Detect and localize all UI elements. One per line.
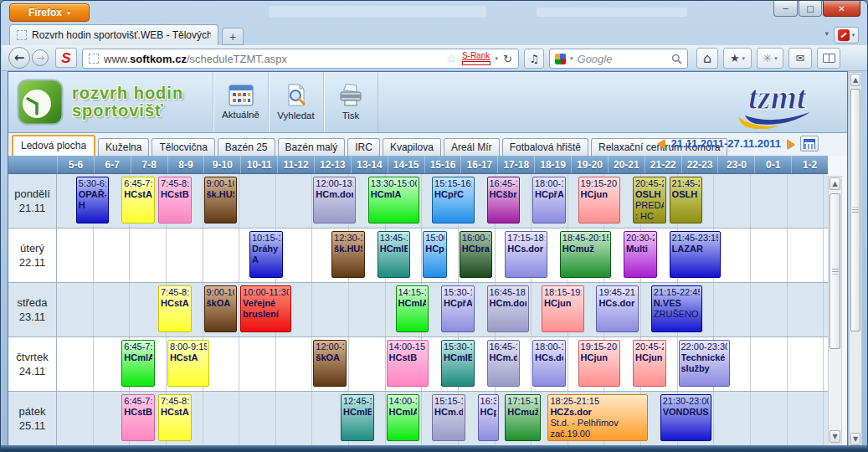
event-block[interactable]: 19:45-21:00HCs.dor xyxy=(596,285,639,332)
date-range[interactable]: 21.11.2011-27.11.2011 xyxy=(670,137,781,150)
back-button[interactable]: ← xyxy=(8,47,30,69)
vyhledat-button[interactable]: Vyhledat xyxy=(268,72,323,132)
event-block[interactable]: 6:45-7:45HCmlA xyxy=(121,340,155,387)
reader-button[interactable] xyxy=(817,48,840,69)
previous-week-arrow-icon[interactable] xyxy=(657,139,665,149)
mail-button[interactable]: ✉ xyxy=(788,48,812,69)
search-bar[interactable]: ▾ Google xyxy=(549,49,688,69)
event-block[interactable]: 21:45-22:45OSLH xyxy=(670,177,703,223)
event-block[interactable]: 16:00-17:00HCbran xyxy=(460,231,493,278)
softkom-button[interactable]: S xyxy=(55,48,77,68)
event-block[interactable]: 20:45-21:45HCjun xyxy=(633,340,666,387)
facility-tab-areal-mir[interactable]: Areál Mír xyxy=(444,138,500,156)
minimize-button[interactable]: ─ xyxy=(773,1,798,17)
event-block[interactable]: 7:45-8:45HCstB xyxy=(158,177,192,223)
event-block[interactable]: 18:00-19:00HCs.dor xyxy=(532,340,566,387)
event-block[interactable]: 12:00-13:15HCm.dor xyxy=(313,177,356,223)
event-block[interactable]: 12:30-13:30šk.HUSO xyxy=(331,231,365,278)
scrollbar-thumb[interactable] xyxy=(850,89,860,331)
event-block[interactable]: 21:45-23:15LAZAR xyxy=(670,231,721,278)
maximize-button[interactable]: □ xyxy=(799,1,822,17)
event-block[interactable]: 18:25-21:15HCZs.dorSt.d. - Pelhřimov zač… xyxy=(547,394,647,441)
bookmark-star-icon[interactable]: ☆ xyxy=(446,52,457,65)
event-block[interactable]: 10:00-11:30Veřejné bruslení xyxy=(240,285,291,332)
srank-widget[interactable]: S-Rank xyxy=(462,52,490,65)
addon-button[interactable]: ▾ xyxy=(834,27,859,44)
event-block[interactable]: 6:45-7:45HCstA xyxy=(121,177,155,223)
event-block[interactable]: 16:45-17:45HCm.dor xyxy=(487,340,521,387)
close-button[interactable]: ✕ xyxy=(823,1,860,17)
home-button[interactable]: ⌂ xyxy=(696,48,718,69)
event-block[interactable]: 13:30-15:00HCmlA xyxy=(368,177,419,223)
event-block[interactable]: 18:45-20:15HCmuž xyxy=(560,231,611,278)
scroll-down-arrow[interactable]: ▼ xyxy=(850,433,860,445)
event-block[interactable]: 16:45-17:45HCšbr xyxy=(487,177,521,223)
event-block[interactable]: 15:00-15:45HCpřB xyxy=(423,231,447,278)
event-block[interactable]: 7:45-8:45HCstA xyxy=(158,285,192,332)
event-block[interactable]: 9:00-10:00škOA xyxy=(204,285,238,332)
facility-tab-bazen-25[interactable]: Bazén 25 xyxy=(218,138,275,156)
facility-tab-bazen-maly[interactable]: Bazén malý xyxy=(278,138,346,156)
browser-scrollbar[interactable]: ▲ ▼ xyxy=(849,72,862,447)
schedule-scrollbar[interactable]: ▲ ▼ xyxy=(828,176,842,444)
event-block[interactable]: 8:00-9:15HCstA xyxy=(167,340,210,387)
url-bar[interactable]: www.softkom.cz/scheduleTZMT.aspx ☆ S-Ran… xyxy=(82,49,519,69)
event-block[interactable]: 15:30-16:30HCpřA xyxy=(441,285,475,332)
event-block[interactable]: 17:15-18:30HCs.dor xyxy=(505,231,547,278)
browser-tab[interactable]: Rozvrh hodin sportovišť.WEB - Tělových..… xyxy=(9,24,218,45)
bookmarks-button[interactable]: ★ ▾ xyxy=(723,48,752,69)
event-block[interactable]: 12:00-13:00škOA xyxy=(313,340,347,387)
event-block[interactable]: 18:00-19:00HCpřA xyxy=(532,177,566,223)
event-block[interactable]: 10:15-11:15Dráhy A xyxy=(249,231,283,278)
event-block[interactable]: 14:00-15:00HCmlA xyxy=(387,394,420,441)
event-block[interactable]: 18:15-19:30HCjun xyxy=(542,285,584,332)
event-block[interactable]: 19:15-20:30HCjun xyxy=(578,177,621,223)
event-block[interactable]: 9:00-10:00šk.HUSO xyxy=(204,177,238,223)
next-week-arrow-icon[interactable] xyxy=(787,139,794,149)
event-block[interactable]: 7:45-8:45HCstA xyxy=(158,394,192,441)
time-col-17-18: 17-18 xyxy=(497,156,534,173)
aktualne-button[interactable]: Aktuálně xyxy=(213,72,268,132)
event-block[interactable]: 14:15-15:15HCmlA xyxy=(396,285,429,332)
scroll-down-arrow[interactable]: ▼ xyxy=(829,430,840,443)
event-block[interactable]: 20:30-21:30Multi xyxy=(624,231,657,278)
event-block[interactable]: 15:30-16:30HCmlB xyxy=(441,340,475,387)
facility-tab-telocvicna[interactable]: Tělocvična xyxy=(152,138,214,156)
forward-button[interactable]: → xyxy=(32,49,49,66)
event-block[interactable]: 16:45-18:00HCm.dor xyxy=(487,285,530,332)
tisk-button[interactable]: Tisk xyxy=(323,72,378,132)
event-block[interactable]: 20:45-21:45OSLHPREDATORS : HC CHÝNOV xyxy=(633,177,666,223)
srank-dropdown-icon[interactable]: ▾ xyxy=(496,55,499,62)
calendar-picker-button[interactable] xyxy=(800,136,819,152)
scroll-up-arrow[interactable]: ▲ xyxy=(850,74,860,86)
facility-tab-ledova-plocha[interactable]: Ledová plocha xyxy=(12,135,95,156)
event-block[interactable]: 5:30-6:30OPAŘ-H xyxy=(76,177,110,223)
event-block[interactable]: 14:00-15:15HCstB xyxy=(387,340,429,387)
facility-tab-irc[interactable]: IRC xyxy=(347,138,380,156)
music-plugin-button[interactable]: ♫ xyxy=(524,49,544,69)
event-block[interactable]: 15:15-16:30HCpřC xyxy=(432,177,475,223)
event-block[interactable]: 21:30-23:00VONDRUSKA xyxy=(660,394,711,441)
event-block[interactable]: 12:45-13:45HCmlB xyxy=(341,394,374,441)
event-block[interactable]: 19:15-20:30HCjun xyxy=(578,340,621,387)
event-block[interactable]: 22:00-23:30Technické služby xyxy=(679,340,730,387)
tab-overflow-chevron-icon[interactable]: ▾ xyxy=(824,29,829,38)
facility-tab-fotbalova-hriste[interactable]: Fotbalová hřiště xyxy=(502,138,588,156)
search-icon[interactable] xyxy=(671,54,682,64)
search-engine-dropdown-icon[interactable]: ▾ xyxy=(570,55,573,62)
facility-tab-kuzelna[interactable]: Kuželna xyxy=(98,138,149,156)
facility-tab-kvapilova[interactable]: Kvapilova xyxy=(383,138,441,156)
plugin-button[interactable]: ✳ ▾ xyxy=(757,48,783,69)
scrollbar-thumb[interactable] xyxy=(829,193,840,349)
day-row-pondeli: pondělí21.115:30-6:30OPAŘ-H6:45-7:45HCst… xyxy=(8,174,828,229)
event-block[interactable]: 16:30-17:10HCpřA xyxy=(478,394,499,441)
event-block[interactable]: 6:45-7:45HCstB xyxy=(121,394,155,441)
scroll-up-arrow[interactable]: ▲ xyxy=(829,177,840,190)
event-block[interactable]: 13:45-14:45HCmlB xyxy=(378,231,411,278)
reload-icon[interactable]: ↻ xyxy=(503,53,512,65)
event-block[interactable]: 21:15-22:45N.VESZRUŠENO. xyxy=(651,285,702,332)
firefox-menu-button[interactable]: Firefox ▾ xyxy=(9,3,90,22)
event-block[interactable]: 15:15-16:15HCm.dor xyxy=(432,394,465,441)
event-block[interactable]: 17:15-18:20HCmuž xyxy=(505,394,541,441)
new-tab-button[interactable]: + xyxy=(222,28,244,45)
